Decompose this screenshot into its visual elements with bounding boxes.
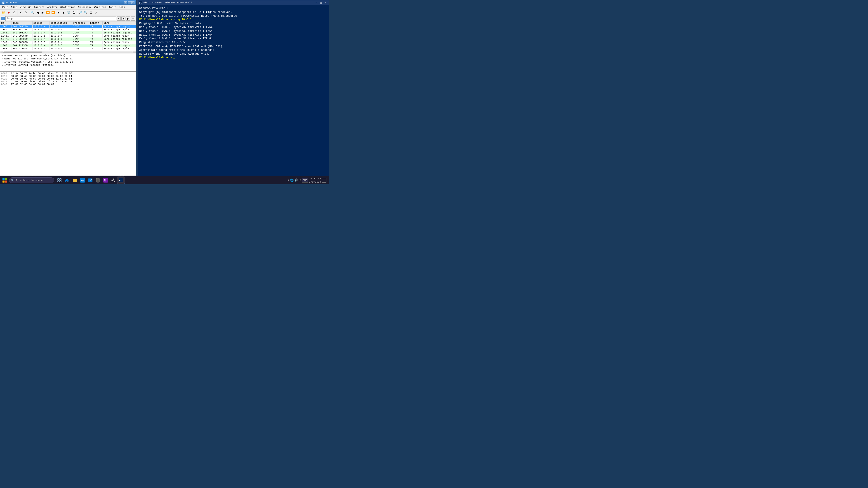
wireshark-title-left: Ethernet bbox=[2, 1, 18, 4]
phone-btn[interactable] bbox=[94, 176, 102, 184]
toolbar-cap-btn[interactable]: 📡 bbox=[66, 10, 71, 15]
wireshark-close-btn[interactable]: ✕ bbox=[131, 1, 134, 4]
packet-list-hscroll[interactable] bbox=[0, 51, 136, 54]
wireshark-window: Ethernet ─ □ ✕ File Edit View Go Capture… bbox=[0, 0, 136, 181]
detail-item[interactable]: ▶ Internet Control Message Protocol bbox=[1, 64, 135, 67]
col-no[interactable]: No. bbox=[0, 22, 12, 25]
toolbar-sep2 bbox=[29, 10, 29, 15]
hex-offset: 0030 bbox=[1, 80, 9, 83]
menu-help[interactable]: Help bbox=[118, 6, 126, 9]
menu-analyze[interactable]: Analyze bbox=[46, 6, 59, 9]
toolbar-resize-btn[interactable]: ⤢ bbox=[94, 10, 98, 15]
packet-row[interactable]: 1348… 344.923458 10.0.0.5 10.0.0.4 ICMP … bbox=[0, 47, 136, 50]
svg-text:PS: PS bbox=[119, 179, 122, 182]
cell-proto: ICMP bbox=[72, 41, 89, 44]
cell-dst: 10.0.0.5 bbox=[50, 37, 72, 41]
col-info[interactable]: Info bbox=[103, 22, 136, 25]
filter-arrow-btn[interactable]: ◀ bbox=[121, 17, 125, 21]
menu-file[interactable]: File bbox=[1, 6, 9, 9]
taskview-btn[interactable] bbox=[56, 176, 63, 184]
cell-time: 343.908023 bbox=[12, 41, 33, 44]
toolbar-zoom-normal-btn[interactable]: ⊡ bbox=[88, 10, 93, 15]
onenote-btn[interactable]: N bbox=[102, 176, 110, 184]
toolbar-up-btn[interactable]: ▲ bbox=[61, 10, 66, 15]
menu-wireless[interactable]: Wireless bbox=[93, 6, 107, 9]
cell-info: Echo (ping) request bbox=[103, 25, 136, 28]
hidden-icons-btn[interactable]: ∧ bbox=[287, 178, 289, 182]
menu-statistics[interactable]: Statistics bbox=[59, 6, 76, 9]
packet-row[interactable]: 1346… 342.892648 10.0.0.5 10.0.0.4 ICMP … bbox=[0, 34, 136, 37]
svg-rect-3 bbox=[58, 178, 59, 180]
svg-point-15 bbox=[113, 180, 114, 181]
col-time[interactable]: Time bbox=[12, 22, 33, 25]
menu-go[interactable]: Go bbox=[27, 6, 32, 9]
settings-btn[interactable] bbox=[110, 176, 117, 184]
col-length[interactable]: Length bbox=[89, 22, 102, 25]
col-source[interactable]: Source bbox=[32, 22, 50, 25]
ps-line: Approximate round trip times in milli-se… bbox=[139, 48, 327, 52]
toolbar-jump-btn[interactable]: ⏩ bbox=[45, 10, 51, 15]
wireshark-minimize-btn[interactable]: ─ bbox=[124, 1, 127, 4]
packet-row[interactable]: 1347… 343.907009 10.0.0.4 10.0.0.5 ICMP … bbox=[0, 37, 136, 41]
mail-btn[interactable] bbox=[86, 176, 94, 184]
language-indicator[interactable]: ENG bbox=[302, 178, 308, 183]
detail-expand-icon: ▶ bbox=[1, 64, 4, 66]
menu-tools[interactable]: Tools bbox=[107, 6, 117, 9]
menu-view[interactable]: View bbox=[19, 6, 27, 9]
ps-line: Reply from 10.0.0.5: bytes=32 time=1ms T… bbox=[139, 37, 327, 41]
taskbar-search[interactable]: 🔍 Type here to search bbox=[9, 177, 54, 183]
ps-line: Packets: Sent = 4, Received = 4, Lost = … bbox=[139, 44, 327, 48]
packet-detail[interactable]: ▶ Frame 134582: 74 bytes on wire (592 bi… bbox=[0, 54, 136, 72]
toolbar-search-btn[interactable]: 🔍 bbox=[30, 10, 35, 15]
menu-edit[interactable]: Edit bbox=[10, 6, 18, 9]
toolbar-zoom-out-btn[interactable]: 🔍 bbox=[83, 10, 88, 15]
volume-icon[interactable]: 🔊 bbox=[294, 178, 298, 182]
toolbar-forward-btn[interactable]: ▶ bbox=[40, 10, 45, 15]
detail-item[interactable]: ▶ Frame 134582: 74 bytes on wire (592 bi… bbox=[1, 54, 135, 57]
toolbar-zoom-in-btn[interactable]: 🔎 bbox=[78, 10, 83, 15]
packet-row[interactable]: 1348… 344.922358 10.0.0.4 10.0.0.5 ICMP … bbox=[0, 44, 136, 47]
start-button[interactable] bbox=[1, 176, 8, 184]
col-destination[interactable]: Destination bbox=[50, 22, 72, 25]
show-desktop-btn[interactable] bbox=[322, 178, 327, 183]
toolbar-close-btn[interactable]: ✕ bbox=[18, 10, 23, 15]
toolbar-prev-btn[interactable]: ⏪ bbox=[51, 10, 56, 15]
cell-info: Echo (ping) request bbox=[103, 31, 136, 34]
packet-list[interactable]: No. Time Source Destination Protocol Len… bbox=[0, 22, 136, 51]
cell-no: 1348… bbox=[0, 44, 12, 47]
toolbar-back-btn[interactable]: ◀ bbox=[35, 10, 40, 15]
ps-close-btn[interactable]: ✕ bbox=[323, 1, 328, 4]
system-clock[interactable]: 6:42 AM 2/9/2024 bbox=[309, 177, 321, 184]
packet-row[interactable]: 1345… 341.884700 10.0.0.4 10.0.0.5 ICMP … bbox=[0, 25, 136, 28]
toolbar-stop-btn[interactable]: ● bbox=[6, 10, 11, 15]
network-icon[interactable]: 🌐 bbox=[290, 178, 293, 182]
wireshark-maximize-btn[interactable]: □ bbox=[128, 1, 131, 4]
fileexplorer-btn[interactable] bbox=[71, 176, 79, 184]
filter-add-btn[interactable]: + bbox=[131, 17, 135, 21]
filter-clear-btn[interactable]: ✕ bbox=[117, 17, 121, 21]
ps-minimize-btn[interactable]: ─ bbox=[314, 1, 318, 4]
filter-arrow2-btn[interactable]: ▶ bbox=[126, 17, 130, 21]
toolbar-reload-btn[interactable]: ↻ bbox=[23, 10, 28, 15]
detail-item[interactable]: ▶ Internet Protocol Version 4, Src: 10.0… bbox=[1, 60, 135, 64]
power-icon[interactable]: ⚡ bbox=[299, 178, 301, 182]
cell-info: Echo (ping) request bbox=[103, 44, 136, 47]
col-protocol[interactable]: Protocol bbox=[72, 22, 89, 25]
store-btn[interactable]: 🛍 bbox=[79, 176, 86, 184]
menu-capture[interactable]: Capture bbox=[33, 6, 45, 9]
cell-time: 343.907009 bbox=[12, 37, 33, 41]
toolbar-iface-btn[interactable]: 🖧 bbox=[71, 10, 76, 15]
taskbar-icons: 🛍 bbox=[56, 176, 125, 184]
toolbar-restart-btn[interactable]: ↺ bbox=[11, 10, 17, 15]
toolbar-down-btn[interactable]: ▼ bbox=[56, 10, 61, 15]
filter-input[interactable] bbox=[5, 16, 116, 21]
edge-btn[interactable] bbox=[63, 176, 71, 184]
toolbar-open-btn[interactable]: 📂 bbox=[1, 10, 6, 15]
ps-maximize-btn[interactable]: □ bbox=[319, 1, 323, 4]
menu-telephony[interactable]: Telephony bbox=[77, 6, 92, 9]
powershell-taskbar-btn[interactable]: PS bbox=[117, 176, 125, 184]
packet-row[interactable]: 1345… 341.886324 10.0.0.5 10.0.0.4 ICMP … bbox=[0, 28, 136, 31]
detail-item[interactable]: ▶ Ethernet II, Src: Microsoft_ab:52:17 (… bbox=[1, 57, 135, 60]
packet-row[interactable]: 1346… 342.891273 10.0.0.4 10.0.0.5 ICMP … bbox=[0, 31, 136, 34]
packet-row[interactable]: 1347… 343.908023 10.0.0.5 10.0.0.4 ICMP … bbox=[0, 41, 136, 44]
